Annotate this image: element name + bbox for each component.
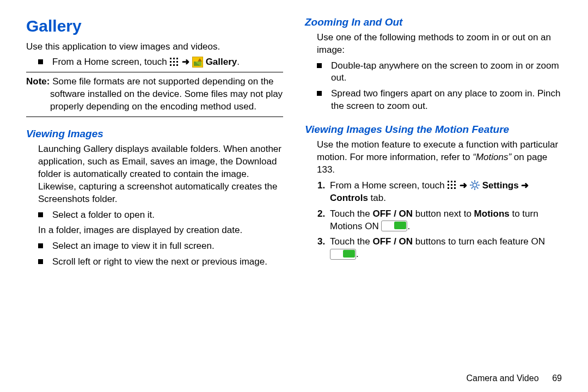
note-rule-bottom <box>26 117 283 117</box>
s3b: OFF / ON <box>372 236 413 247</box>
viewing-bullets-2: Select an image to view it in full scree… <box>26 240 283 268</box>
page-number: 69 <box>541 373 562 383</box>
right-column: Zooming In and Out Use one of the follow… <box>305 15 562 370</box>
arrow-icon: ➜ <box>521 180 529 191</box>
apps-icon <box>447 180 457 190</box>
s2b: OFF / ON <box>372 209 413 219</box>
svg-line-7 <box>477 182 479 183</box>
page-footer: Camera and Video 69 <box>26 370 562 383</box>
motion-ref: “Motions” <box>473 152 511 162</box>
bullet-select-image: Select an image to view it in full scree… <box>38 240 283 253</box>
zoom-intro: Use one of the following methods to zoom… <box>305 32 562 57</box>
step1-prefix: From a Home screen, touch <box>330 180 445 191</box>
zoom-bullet-1: Double-tap anywhere on the screen to zoo… <box>317 60 562 85</box>
settings-icon <box>470 180 480 190</box>
s2f: . <box>407 221 410 231</box>
bullet-scroll: Scroll left or right to view the next or… <box>38 256 283 268</box>
settings-label: Settings <box>482 180 519 191</box>
svg-line-6 <box>477 187 479 189</box>
gallery-label: Gallery <box>206 57 237 67</box>
s3d: . <box>356 249 359 259</box>
svg-line-8 <box>471 187 473 189</box>
zoom-bullet-2: Spread two fingers apart on any place to… <box>317 88 562 113</box>
note-text: Some file formats are not supported depe… <box>50 76 283 112</box>
zooming-heading: Zooming In and Out <box>305 15 562 29</box>
note-label: Note: <box>26 76 50 87</box>
note-block: Note: Some file formats are not supporte… <box>26 76 283 113</box>
controls-label: Controls <box>330 193 368 203</box>
nav-step: From a Home screen, touch ➜ Gallery. <box>38 56 283 69</box>
zoom-bullets: Double-tap anywhere on the screen to zoo… <box>305 60 562 113</box>
manual-page: Gallery Use this application to view ima… <box>0 0 588 392</box>
viewing-images-heading: Viewing Images <box>26 127 283 141</box>
s3a: Touch the <box>330 236 372 247</box>
viewing-images-para: Launching Gallery displays available fol… <box>26 143 283 206</box>
s3c: buttons to turn each feature ON <box>413 236 545 247</box>
after-folder-text: In a folder, images are displayed by cre… <box>26 224 283 237</box>
gallery-icon <box>192 57 203 68</box>
arrow-icon: ➜ <box>182 57 189 67</box>
motion-heading: Viewing Images Using the Motion Feature <box>305 122 562 137</box>
note-rule-top <box>26 72 283 72</box>
toggle-on-icon <box>381 220 407 231</box>
period: . <box>383 193 386 203</box>
left-column: Gallery Use this application to view ima… <box>26 15 283 370</box>
toggle-on-icon <box>330 249 356 260</box>
s2d: Motions <box>474 209 510 219</box>
bullet-select-folder: Select a folder to open it. <box>38 209 283 222</box>
chapter-name: Camera and Video <box>466 373 538 383</box>
period: . <box>237 57 240 67</box>
motion-intro: Use the motion feature to execute a func… <box>305 139 562 176</box>
arrow-icon: ➜ <box>460 180 467 191</box>
motion-step-1: From a Home screen, touch ➜ Settings ➜ C… <box>328 180 562 205</box>
intro-text: Use this application to view images and … <box>26 41 283 53</box>
svg-line-5 <box>471 182 473 183</box>
svg-point-0 <box>473 183 476 187</box>
section-title: Gallery <box>26 15 283 38</box>
nav-step-list: From a Home screen, touch ➜ Gallery. <box>26 56 283 69</box>
motion-step-2: Touch the OFF / ON button next to Motion… <box>328 208 562 233</box>
s2c: button next to <box>413 209 474 219</box>
motion-steps: From a Home screen, touch ➜ Settings ➜ C… <box>305 180 562 261</box>
motion-step-3: Touch the OFF / ON buttons to turn each … <box>328 236 562 261</box>
s2a: Touch the <box>330 209 372 219</box>
tab-word: tab <box>368 193 383 203</box>
apps-icon <box>169 57 179 67</box>
nav-step-prefix: From a Home screen, touch <box>52 57 167 67</box>
two-column-layout: Gallery Use this application to view ima… <box>26 15 562 370</box>
viewing-bullets-1: Select a folder to open it. <box>26 209 283 222</box>
